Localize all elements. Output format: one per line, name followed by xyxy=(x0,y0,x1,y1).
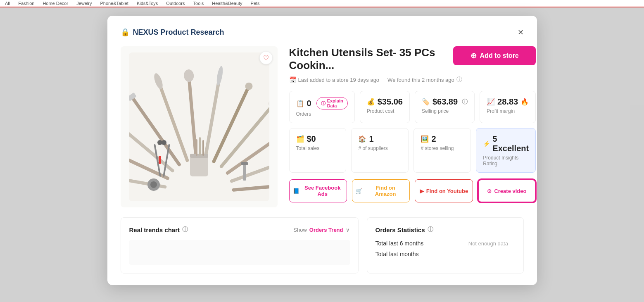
bottom-section: Real trends chart ⓘ Show Orders Trend ∨ … xyxy=(121,217,524,273)
chart-area xyxy=(129,240,350,265)
nav-phone[interactable]: Phone&Tablet xyxy=(100,1,128,6)
price-icon: 🏷️ xyxy=(422,98,430,106)
found-ago-meta: We found this 2 months ago ⓘ xyxy=(387,76,462,83)
orders-value-wrap: 📋 0 ⓘ Explain Data xyxy=(296,97,348,109)
nav-home[interactable]: Home Decor xyxy=(43,1,68,6)
nav-kids[interactable]: Kids&Toys xyxy=(137,1,158,6)
explain-label: Explain Data xyxy=(327,98,343,108)
modal-overlay: 🔒 NEXUS Product Research × xyxy=(0,7,644,302)
action-buttons: 📘 See Facebook Ads 🛒 Find on Amazon ▶ Fi… xyxy=(289,179,536,202)
svg-rect-0 xyxy=(129,52,269,201)
video-label: Create video xyxy=(494,188,526,194)
suppliers-value-wrap: 🏠 1 xyxy=(358,134,402,144)
cost-icon: 💰 xyxy=(367,98,375,106)
product-info: Kitchen Utensils Set- 35 PCs Cookin... ⊕… xyxy=(289,46,536,207)
create-video-button[interactable]: ⊙ Create video xyxy=(478,179,536,202)
amazon-icon: 🛒 xyxy=(356,188,362,194)
youtube-icon: ▶ xyxy=(420,188,424,194)
stores-label: # stores selling xyxy=(421,145,464,151)
orders-icon: 📋 xyxy=(296,100,304,107)
product-section: ♡ Kitchen Utensils Set- 35 PCs Cookin...… xyxy=(121,46,524,207)
orders-6months-label: Total last 6 months xyxy=(375,240,424,247)
chart-info-icon[interactable]: ⓘ xyxy=(182,226,188,233)
selling-price-label: Selling price xyxy=(422,108,468,114)
nav-fashion[interactable]: Fashion xyxy=(18,1,34,6)
info-circle-icon: ⓘ xyxy=(321,100,326,107)
insights-value-wrap: ⚡ 5 Excellent xyxy=(483,134,529,153)
calendar-icon: 📅 xyxy=(289,76,296,83)
nav-pets[interactable]: Pets xyxy=(251,1,260,6)
svg-point-28 xyxy=(162,140,166,145)
orders-statistics-section: Orders Statistics ⓘ Total last 6 months … xyxy=(367,217,524,273)
video-icon: ⊙ xyxy=(487,188,492,194)
modal-header: 🔒 NEXUS Product Research × xyxy=(121,27,524,37)
nav-outdoors[interactable]: Outdoors xyxy=(166,1,185,6)
youtube-label: Find on Youtube xyxy=(426,188,468,194)
product-cost-value: $35.06 xyxy=(378,97,403,107)
last-added-text: Last added to a store 19 days ago xyxy=(298,77,380,83)
stores-value: 2 xyxy=(431,134,436,144)
selling-price-card: 🏷️ $63.89 ⓘ Selling price xyxy=(415,91,475,123)
total-sales-value: $0 xyxy=(307,134,316,144)
amazon-label: Find on Amazon xyxy=(365,185,406,197)
orders-stat-row-2: Total last months xyxy=(375,251,515,257)
found-info-icon[interactable]: ⓘ xyxy=(456,76,462,83)
profit-margin-label: Profit margin xyxy=(487,108,529,114)
nav-tools[interactable]: Tools xyxy=(193,1,204,6)
orders-title-wrap: Orders Statistics ⓘ xyxy=(375,226,515,233)
orders-label: Orders xyxy=(296,111,348,117)
see-facebook-ads-button[interactable]: 📘 See Facebook Ads xyxy=(289,179,347,202)
selling-price-value-wrap: 🏷️ $63.89 ⓘ xyxy=(422,97,468,107)
lock-icon: 🔒 xyxy=(121,28,130,37)
product-title-row: Kitchen Utensils Set- 35 PCs Cookin... ⊕… xyxy=(289,46,536,72)
show-label: Show xyxy=(293,227,307,233)
add-to-store-button[interactable]: ⊕ Add to store xyxy=(453,46,536,65)
find-on-youtube-button[interactable]: ▶ Find on Youtube xyxy=(415,179,473,202)
insights-label: Product Insights Rating xyxy=(483,155,529,166)
stores-selling-card: 🖼️ 2 # stores selling xyxy=(413,128,471,173)
total-sales-label: Total sales xyxy=(296,145,340,151)
suppliers-card: 🏠 1 # of suppliers xyxy=(351,128,409,173)
chart-header: Real trends chart ⓘ Show Orders Trend ∨ xyxy=(129,226,350,233)
svg-rect-33 xyxy=(199,137,201,156)
orders-value: 0 xyxy=(307,99,311,108)
chevron-down-icon: ∨ xyxy=(346,227,350,233)
svg-rect-37 xyxy=(243,164,246,181)
show-value: Orders Trend xyxy=(309,227,343,233)
explain-badge[interactable]: ⓘ Explain Data xyxy=(316,97,348,109)
total-sales-value-wrap: 🗂️ $0 xyxy=(296,134,340,144)
fire-icon: 🔥 xyxy=(520,98,529,106)
sales-icon: 🗂️ xyxy=(296,135,304,143)
svg-point-36 xyxy=(150,181,157,188)
favorite-button[interactable]: ♡ xyxy=(259,51,273,64)
profit-margin-value: 28.83 xyxy=(497,97,518,107)
product-image xyxy=(129,52,269,201)
plus-circle-icon: ⊕ xyxy=(471,51,477,60)
suppliers-icon: 🏠 xyxy=(358,135,366,143)
orders-card: 📋 0 ⓘ Explain Data Orders xyxy=(289,91,355,123)
orders-6months-value: Not enough data — xyxy=(468,240,515,247)
chart-title-wrap: Real trends chart ⓘ xyxy=(129,226,188,233)
selling-price-value: $63.89 xyxy=(433,97,458,107)
product-cost-value-wrap: 💰 $35.06 xyxy=(367,97,403,107)
svg-rect-29 xyxy=(159,156,161,164)
find-on-amazon-button[interactable]: 🛒 Find on Amazon xyxy=(352,179,410,202)
show-selector[interactable]: Show Orders Trend ∨ xyxy=(293,227,349,233)
profit-margin-card: 📈 28.83 🔥 Profit margin xyxy=(480,91,536,123)
nav-jewelry[interactable]: Jewelry xyxy=(76,1,92,6)
orders-stats-info-icon[interactable]: ⓘ xyxy=(428,226,433,233)
add-to-store-label: Add to store xyxy=(480,52,519,59)
nav-health[interactable]: Health&Beauty xyxy=(212,1,242,6)
stats-row-2: 🗂️ $0 Total sales 🏠 1 # of suppliers xyxy=(289,128,536,173)
svg-rect-30 xyxy=(190,156,208,176)
nav-all[interactable]: All xyxy=(5,1,10,6)
insights-rating-card: ⚡ 5 Excellent Product Insights Rating xyxy=(476,128,536,173)
orders-stat-row-1: Total last 6 months Not enough data — xyxy=(375,240,515,247)
heart-icon: ♡ xyxy=(263,54,269,62)
modal-title: NEXUS Product Research xyxy=(133,28,224,37)
stores-icon: 🖼️ xyxy=(421,135,429,143)
selling-price-info-icon[interactable]: ⓘ xyxy=(462,98,468,106)
suppliers-label: # of suppliers xyxy=(358,145,402,151)
profit-icon: 📈 xyxy=(487,98,495,106)
close-button[interactable]: × xyxy=(518,27,523,37)
